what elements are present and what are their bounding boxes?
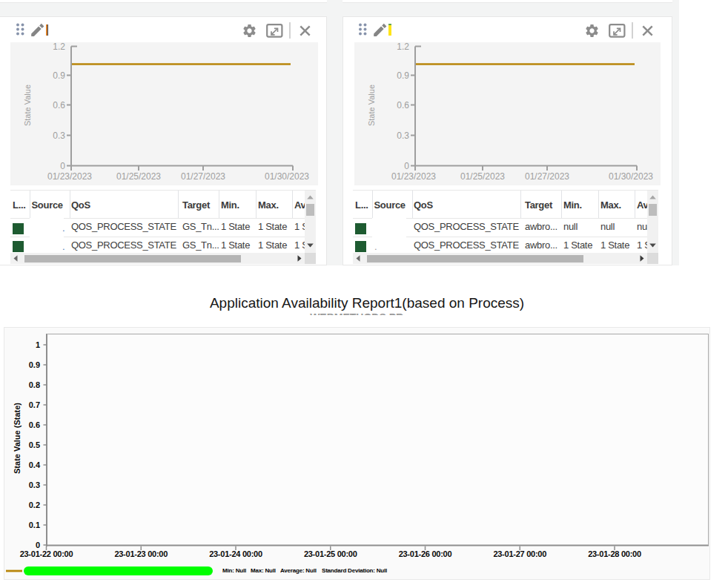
svg-text:01/27/2023: 01/27/2023: [181, 171, 225, 182]
svg-text:0.5: 0.5: [29, 440, 40, 449]
svg-text:01/25/2023: 01/25/2023: [116, 171, 161, 182]
svg-text:0: 0: [404, 161, 409, 171]
svg-text:Average: Null: Average: Null: [280, 567, 317, 574]
svg-text:0.6: 0.6: [29, 420, 40, 429]
svg-text:0.1: 0.1: [29, 521, 40, 529]
svg-text:01/27/2023: 01/27/2023: [525, 171, 569, 182]
svg-text:State Value: State Value: [367, 85, 376, 126]
svg-text:0.7: 0.7: [29, 400, 40, 409]
svg-text:23-01-22 00:00: 23-01-22 00:00: [20, 549, 73, 558]
svg-text:Standard Deviation: Null: Standard Deviation: Null: [322, 567, 387, 574]
svg-text:23-01-24 00:00: 23-01-24 00:00: [209, 549, 262, 558]
svg-text:0.3: 0.3: [29, 480, 40, 489]
svg-text:0.9: 0.9: [397, 70, 409, 81]
svg-text:State Value: State Value: [23, 85, 32, 126]
svg-text:01/30/2023: 01/30/2023: [609, 171, 653, 182]
svg-text:0.9: 0.9: [29, 360, 40, 369]
svg-text:01/25/2023: 01/25/2023: [460, 171, 505, 182]
svg-text:0.8: 0.8: [29, 380, 40, 389]
svg-text:0: 0: [60, 161, 65, 171]
svg-text:23-01-23 00:00: 23-01-23 00:00: [114, 549, 168, 558]
svg-text:0.3: 0.3: [397, 131, 409, 141]
svg-text:01/23/2023: 01/23/2023: [391, 171, 436, 182]
svg-text:0.3: 0.3: [53, 131, 65, 141]
svg-text:State Value (State): State Value (State): [13, 403, 21, 474]
svg-text:0.6: 0.6: [397, 100, 409, 110]
svg-text:Min: Null: Min: Null: [222, 567, 246, 574]
svg-text:1.2: 1.2: [53, 42, 65, 52]
svg-text:1: 1: [36, 340, 40, 349]
svg-text:0.4: 0.4: [29, 460, 41, 469]
svg-text:23-01-25 00:00: 23-01-25 00:00: [304, 549, 357, 558]
svg-text:23-01-26 00:00: 23-01-26 00:00: [399, 549, 452, 558]
svg-text:1.2: 1.2: [397, 42, 409, 52]
svg-text:0.2: 0.2: [29, 501, 40, 509]
svg-text:0.6: 0.6: [53, 100, 65, 110]
svg-text:Max: Null: Max: Null: [251, 567, 276, 574]
svg-text:0: 0: [36, 541, 40, 549]
svg-text:01/30/2023: 01/30/2023: [265, 171, 309, 182]
svg-text:23-01-28 00:00: 23-01-28 00:00: [588, 549, 641, 558]
svg-text:01/23/2023: 01/23/2023: [47, 171, 92, 182]
svg-text:23-01-27 00:00: 23-01-27 00:00: [493, 549, 546, 558]
svg-text:0.9: 0.9: [53, 70, 65, 81]
